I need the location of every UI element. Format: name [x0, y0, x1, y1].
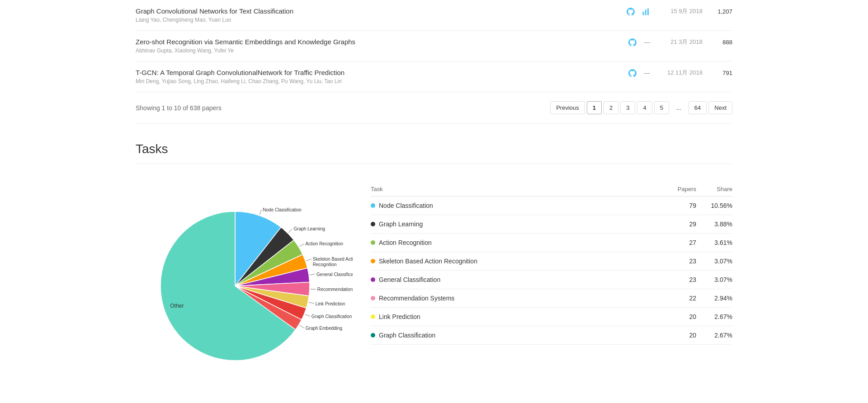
papers-list: Graph Convolutional Networks for Text Cl… [136, 0, 732, 92]
paper-date: 15 9月 2018 [657, 7, 703, 15]
task-label: General Classification [379, 276, 440, 283]
task-papers-count: 20 [660, 313, 696, 320]
next-button[interactable]: Next [708, 101, 732, 114]
paper-title[interactable]: Graph Convolutional Networks for Text Cl… [136, 7, 606, 15]
task-color-dot [371, 222, 375, 226]
task-share-pct: 10.56% [696, 202, 732, 209]
page-5-button[interactable]: 5 [654, 101, 669, 114]
pie-label: Node Classification [263, 207, 302, 212]
task-color-dot [371, 333, 375, 337]
task-share-pct: 3.07% [696, 258, 732, 265]
no-chart: — [644, 69, 650, 76]
page-3-button[interactable]: 3 [620, 101, 635, 114]
task-label: Link Prediction [379, 313, 420, 320]
page-1-button[interactable]: 1 [587, 101, 602, 114]
pie-label: General Classification [316, 272, 353, 277]
page-64-button[interactable]: 64 [689, 101, 707, 114]
paper-date: 21 3月 2018 [657, 38, 703, 46]
col-header-papers: Papers [660, 186, 696, 192]
paper-authors: Liang Yao, Chengsheng Mao, Yuan Luo [136, 17, 606, 23]
paper-authors: Min Deng, Yujiao Song, Ling Zhao, Haifen… [136, 78, 606, 84]
task-label: Graph Classification [379, 332, 435, 339]
task-row[interactable]: Node Classification 79 10.56% [371, 197, 732, 215]
pie-other-label: Other [170, 303, 184, 309]
github-icon[interactable] [628, 69, 637, 77]
task-share-pct: 3.07% [696, 276, 732, 283]
pagination-row: Showing 1 to 10 of 638 papers Previous 1… [136, 92, 732, 124]
paper-title[interactable]: T-GCN: A Temporal Graph ConvolutionalNet… [136, 69, 606, 76]
task-label: Skeleton Based Action Recognition [379, 258, 477, 265]
task-row[interactable]: Action Recognition 27 3.61% [371, 234, 732, 252]
paper-info: T-GCN: A Temporal Graph ConvolutionalNet… [136, 69, 606, 84]
paper-date: 12 11月 2018 [657, 69, 703, 77]
task-name: Recommendation Systems [371, 295, 660, 302]
page-dots: ... [671, 101, 687, 114]
chart-icon[interactable] [642, 7, 650, 16]
paper-title[interactable]: Zero-shot Recognition via Semantic Embed… [136, 38, 606, 46]
task-label: Graph Learning [379, 220, 423, 228]
github-icon[interactable] [627, 7, 635, 16]
task-papers-count: 27 [660, 239, 696, 246]
task-share-pct: 2.67% [696, 313, 732, 320]
task-color-dot [371, 296, 375, 300]
page-4-button[interactable]: 4 [637, 101, 652, 114]
task-papers-count: 29 [660, 220, 696, 228]
pie-label: Graph Embedding [306, 326, 342, 331]
pie-label: Recommendation Systems [317, 287, 353, 292]
task-name: Graph Learning [371, 220, 660, 228]
task-table-header: Task Papers Share [371, 182, 732, 197]
task-papers-count: 79 [660, 202, 696, 209]
svg-rect-1 [645, 9, 646, 15]
task-share-pct: 3.61% [696, 239, 732, 246]
task-row[interactable]: General Classification 23 3.07% [371, 271, 732, 289]
task-color-dot [371, 203, 375, 208]
task-label: Node Classification [379, 202, 433, 209]
paper-meta: — 21 3月 2018 888 [606, 38, 732, 47]
task-name: Node Classification [371, 202, 660, 209]
showing-text: Showing 1 to 10 of 638 papers [136, 104, 222, 112]
task-papers-count: 23 [660, 258, 696, 265]
paper-info: Graph Convolutional Networks for Text Cl… [136, 7, 606, 23]
task-share-pct: 2.94% [696, 295, 732, 302]
task-row[interactable]: Graph Learning 29 3.88% [371, 215, 732, 234]
col-header-task: Task [371, 186, 660, 192]
paper-stars: 1,207 [710, 8, 732, 15]
svg-line-5 [299, 244, 304, 246]
svg-line-7 [310, 274, 315, 275]
task-label: Action Recognition [379, 239, 432, 246]
prev-button[interactable]: Previous [550, 101, 585, 114]
task-share-pct: 2.67% [696, 332, 732, 339]
task-color-dot [371, 277, 375, 282]
tasks-section: Tasks Node ClassificationGraph LearningA… [136, 124, 732, 390]
task-papers-count: 23 [660, 276, 696, 283]
svg-line-10 [305, 314, 310, 317]
task-color-dot [371, 259, 375, 263]
task-name: General Classification [371, 276, 660, 283]
paper-item-3: T-GCN: A Temporal Graph ConvolutionalNet… [136, 61, 732, 92]
task-row[interactable]: Recommendation Systems 22 2.94% [371, 289, 732, 308]
task-name: Graph Classification [371, 332, 660, 339]
pie-chart: Node ClassificationGraph LearningAction … [136, 182, 353, 372]
page-2-button[interactable]: 2 [604, 101, 618, 114]
github-icon[interactable] [628, 38, 637, 47]
svg-line-4 [288, 229, 292, 232]
task-color-dot [371, 240, 375, 245]
col-header-share: Share [696, 186, 732, 192]
paper-stars: 791 [710, 70, 732, 76]
svg-line-6 [306, 259, 311, 261]
paper-stars: 888 [710, 39, 732, 46]
task-row[interactable]: Link Prediction 20 2.67% [371, 308, 732, 326]
svg-line-3 [259, 210, 261, 215]
task-label: Recommendation Systems [379, 295, 454, 302]
tasks-content: Node ClassificationGraph LearningAction … [136, 182, 732, 372]
paper-item-1: Graph Convolutional Networks for Text Cl… [136, 0, 732, 31]
pie-label: Action Recognition [306, 241, 343, 246]
task-row[interactable]: Graph Classification 20 2.67% [371, 326, 732, 345]
svg-rect-2 [647, 8, 649, 15]
paper-authors: Abhinav Gupta, Xiaolong Wang, Yufei Ye [136, 47, 606, 54]
task-papers-count: 20 [660, 332, 696, 339]
task-rows: Node Classification 79 10.56% Graph Lear… [371, 197, 732, 345]
task-row[interactable]: Skeleton Based Action Recognition 23 3.0… [371, 252, 732, 271]
pie-label: Skeleton Based ActionRecognition [313, 257, 353, 267]
paper-info: Zero-shot Recognition via Semantic Embed… [136, 38, 606, 54]
